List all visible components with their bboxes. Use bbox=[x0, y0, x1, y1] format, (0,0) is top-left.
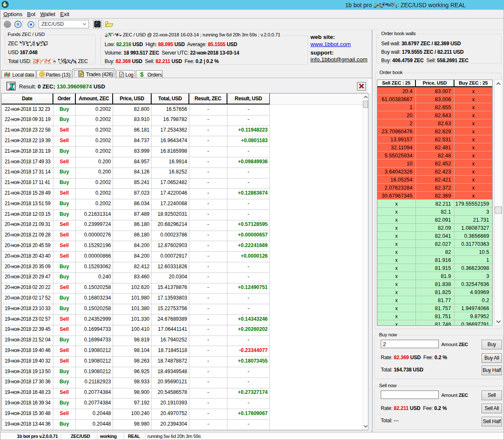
svg-text:$: $ bbox=[140, 71, 144, 78]
svg-text:₿: ₿ bbox=[41, 72, 44, 77]
svg-text:X: X bbox=[8, 82, 14, 91]
